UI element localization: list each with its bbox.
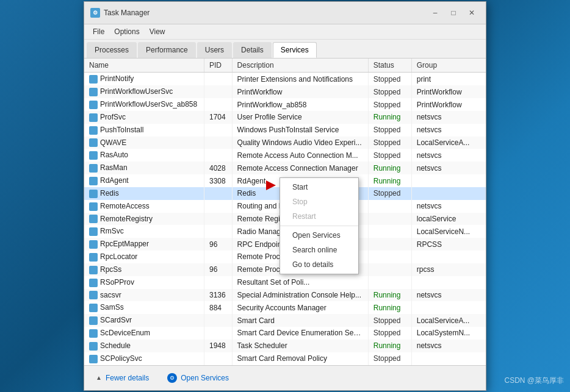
cell-name: ScDeviceEnum (84, 327, 204, 340)
cell-group (411, 301, 486, 314)
cell-status: Running (368, 301, 411, 314)
col-group[interactable]: Group (411, 59, 486, 73)
ctx-open-services[interactable]: Open Services (280, 228, 358, 243)
cell-desc: Remote Access Connection Manager (232, 162, 368, 174)
cell-group: netsvcs (411, 124, 486, 137)
ctx-go-to-details[interactable]: Go to details (280, 257, 358, 272)
service-icon (89, 279, 98, 287)
table-row[interactable]: PrintWorkflowUserSvc_ab858 PrintWorkflow… (84, 98, 486, 111)
table-row[interactable]: ScDeviceEnum Smart Card Device Enumerati… (84, 327, 486, 340)
cell-group: print (411, 73, 486, 85)
cell-status: Stopped (368, 149, 411, 162)
cell-pid (204, 327, 232, 340)
cell-name: RdAgent (84, 174, 204, 187)
cell-pid (204, 200, 232, 213)
cell-status: Stopped (368, 73, 411, 85)
cell-pid: 3136 (204, 289, 232, 302)
table-row[interactable]: SCardSvr Smart Card Stopped LocalService… (84, 314, 486, 327)
menu-view[interactable]: View (145, 26, 170, 38)
bottom-bar: ▲ Fewer details ⚙ Open Services (84, 365, 486, 390)
cell-pid (204, 124, 232, 137)
menu-file[interactable]: File (88, 26, 109, 38)
cell-desc: Resultant Set of Poli... (232, 276, 368, 289)
tab-services[interactable]: Services (273, 42, 317, 58)
cell-group: netsvcs (411, 340, 486, 352)
cell-status (368, 238, 411, 251)
close-button[interactable]: ✕ (464, 7, 480, 19)
table-row[interactable]: sacsvr 3136 Special Administration Conso… (84, 289, 486, 302)
ctx-separator-1 (280, 226, 358, 226)
cell-group: LocalSystemN... (411, 327, 486, 340)
table-row[interactable]: QWAVE Quality Windows Audio Video Experi… (84, 137, 486, 149)
cell-group: netsvcs (411, 149, 486, 162)
cell-desc: Smart Card Device Enumeration Serv... (232, 327, 368, 340)
col-status[interactable]: Status (368, 59, 411, 73)
service-icon (89, 190, 98, 198)
tab-processes[interactable]: Processes (87, 42, 137, 58)
cell-desc: Remote Access Auto Connection M... (232, 149, 368, 162)
menu-options[interactable]: Options (109, 26, 144, 38)
cell-name: PrintWorkflowUserSvc_ab858 (84, 98, 204, 111)
cell-group: netsvcs (411, 200, 486, 213)
cell-status (368, 263, 411, 276)
service-icon (89, 355, 98, 363)
maximize-button[interactable]: □ (446, 7, 461, 19)
table-row[interactable]: Schedule 1948 Task Scheduler Running net… (84, 340, 486, 352)
table-row[interactable]: RSoPProv Resultant Set of Poli... (84, 276, 486, 289)
table-row[interactable]: ProfSvc 1704 User Profile Service Runnin… (84, 111, 486, 124)
tab-performance[interactable]: Performance (138, 42, 196, 58)
cell-status (368, 251, 411, 263)
cell-status: Running (368, 289, 411, 302)
cell-name: RpcSs (84, 263, 204, 276)
table-row[interactable]: PushToInstall Windows PushToInstall Serv… (84, 124, 486, 137)
cell-status: Stopped (368, 98, 411, 111)
cell-pid (204, 187, 232, 200)
service-icon (89, 113, 98, 122)
table-row[interactable]: SamSs 884 Security Accounts Manager Runn… (84, 301, 486, 314)
cell-pid (204, 137, 232, 149)
fewer-details-button[interactable]: ▲ Fewer details (92, 371, 153, 385)
cell-pid (204, 276, 232, 289)
service-icon (89, 151, 98, 160)
minimize-button[interactable]: – (427, 7, 443, 19)
cell-pid (204, 149, 232, 162)
cell-status: Stopped (368, 85, 411, 98)
service-icon (89, 304, 98, 312)
col-name[interactable]: Name (84, 59, 204, 73)
service-icon (89, 88, 98, 96)
service-icon (89, 126, 98, 135)
cell-group (411, 187, 486, 200)
table-row[interactable]: SCPolicySvc Smart Card Removal Policy St… (84, 352, 486, 365)
service-icon (89, 138, 98, 147)
fewer-details-label: Fewer details (106, 374, 149, 382)
cell-status: Stopped (368, 187, 411, 200)
open-services-button[interactable]: ⚙ Open Services (163, 371, 233, 385)
menu-bar: File Options View (84, 24, 486, 40)
cell-group: netsvcs (411, 111, 486, 124)
col-description[interactable]: Description (232, 59, 368, 73)
cell-status: Stopped (368, 352, 411, 365)
cell-pid (204, 98, 232, 111)
cell-status: Running (368, 111, 411, 124)
cell-desc: Quality Windows Audio Video Experi... (232, 137, 368, 149)
context-menu: Start Stop Restart Open Services Search … (280, 177, 359, 274)
tab-users[interactable]: Users (197, 42, 232, 58)
cell-name: RpcEptMapper (84, 238, 204, 251)
table-row[interactable]: RasAuto Remote Access Auto Connection M.… (84, 149, 486, 162)
cell-name: RasAuto (84, 149, 204, 162)
tab-details[interactable]: Details (233, 42, 272, 58)
cell-status: Stopped (368, 314, 411, 327)
service-icon (89, 202, 98, 211)
ctx-start[interactable]: Start (280, 180, 358, 194)
cell-desc: Special Administration Console Help... (232, 289, 368, 302)
ctx-search-online[interactable]: Search online (280, 243, 358, 257)
cell-name: Schedule (84, 340, 204, 352)
cell-name: sacsvr (84, 289, 204, 302)
table-row[interactable]: RasMan 4028 Remote Access Connection Man… (84, 162, 486, 174)
col-pid[interactable]: PID (204, 59, 232, 73)
table-row[interactable]: PrintWorkflowUserSvc PrintWorkflow Stopp… (84, 85, 486, 98)
cell-name: PushToInstall (84, 124, 204, 137)
cell-name: SCardSvr (84, 314, 204, 327)
table-row[interactable]: PrintNotify Printer Extensions and Notif… (84, 73, 486, 85)
cell-pid (204, 251, 232, 263)
